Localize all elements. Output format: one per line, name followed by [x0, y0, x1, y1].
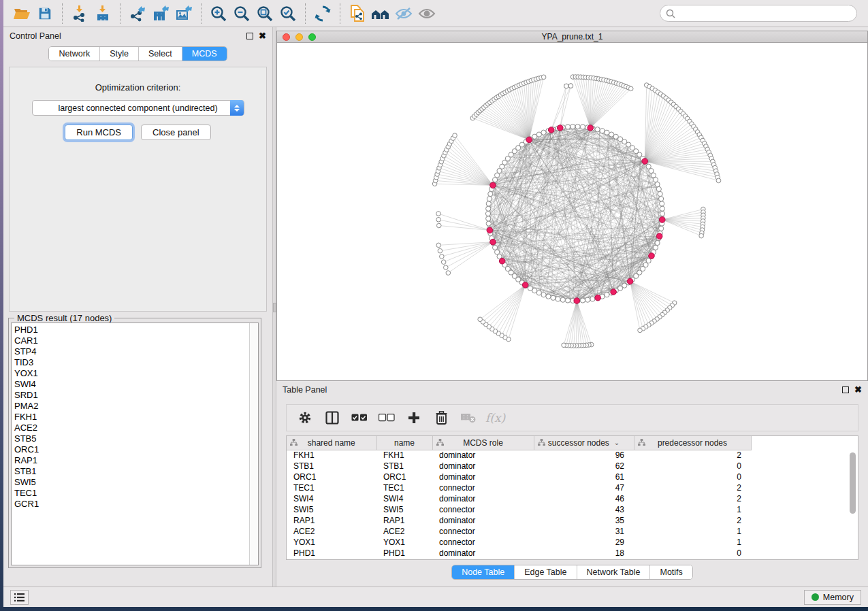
- search-input[interactable]: [679, 9, 851, 18]
- leaf-node[interactable]: [440, 254, 445, 259]
- leaf-node[interactable]: [438, 248, 443, 253]
- network-canvas[interactable]: [277, 44, 867, 380]
- leaf-node[interactable]: [436, 212, 441, 216]
- leaf-node[interactable]: [638, 328, 643, 333]
- mcds-node-item[interactable]: RAP1: [14, 455, 246, 466]
- leaf-node[interactable]: [562, 343, 566, 348]
- ring-node[interactable]: [541, 130, 546, 135]
- ring-node[interactable]: [659, 226, 664, 231]
- tab-motifs[interactable]: Motifs: [649, 565, 692, 579]
- ring-node[interactable]: [580, 125, 585, 129]
- ring-node[interactable]: [565, 125, 570, 129]
- tab-select[interactable]: Select: [138, 47, 182, 61]
- leaf-node[interactable]: [478, 317, 483, 322]
- ring-node[interactable]: [651, 173, 656, 178]
- close-panel-icon[interactable]: ✖: [259, 33, 266, 39]
- ring-node[interactable]: [575, 124, 580, 129]
- column-header-shared-name[interactable]: shared name: [287, 436, 376, 450]
- leaf-node[interactable]: [444, 265, 449, 270]
- ring-node[interactable]: [590, 297, 595, 301]
- mcds-list-scrollbar[interactable]: [249, 323, 258, 565]
- mcds-hub-node[interactable]: [490, 239, 496, 245]
- delete-column-icon[interactable]: [431, 408, 451, 427]
- zoom-in-icon[interactable]: [207, 3, 230, 24]
- ring-node[interactable]: [541, 293, 546, 297]
- ring-node[interactable]: [485, 211, 490, 216]
- first-neighbors-icon[interactable]: [369, 3, 392, 24]
- table-row[interactable]: ORC1ORC1dominator610: [287, 472, 751, 482]
- leaf-node[interactable]: [541, 75, 546, 80]
- search-field[interactable]: [660, 5, 857, 22]
- mcds-hub-node[interactable]: [499, 258, 505, 264]
- tab-edge-table[interactable]: Edge Table: [514, 565, 576, 579]
- open-file-icon[interactable]: [10, 3, 33, 24]
- export-network-icon[interactable]: [126, 3, 149, 24]
- add-column-icon[interactable]: [404, 408, 424, 427]
- export-image-icon[interactable]: [172, 3, 195, 24]
- show-column-panel-icon[interactable]: [322, 408, 342, 427]
- ring-node[interactable]: [660, 206, 664, 211]
- mcds-node-item[interactable]: STB1: [14, 466, 246, 477]
- export-table-icon[interactable]: [149, 3, 172, 24]
- hide-selected-icon[interactable]: [392, 3, 415, 24]
- save-session-icon[interactable]: [33, 3, 57, 24]
- duplicate-network-icon[interactable]: [346, 3, 369, 24]
- ring-node[interactable]: [495, 250, 500, 254]
- ring-node[interactable]: [487, 197, 492, 201]
- tab-network-table[interactable]: Network Table: [577, 565, 650, 579]
- mcds-node-item[interactable]: STB5: [14, 433, 246, 444]
- ring-node[interactable]: [492, 178, 497, 182]
- mcds-node-item[interactable]: SWI5: [14, 477, 246, 488]
- mcds-node-item[interactable]: CAR1: [14, 335, 246, 346]
- leaf-node[interactable]: [436, 217, 441, 222]
- ring-node[interactable]: [560, 297, 565, 302]
- ring-node[interactable]: [585, 297, 590, 302]
- mcds-node-item[interactable]: YOX1: [14, 368, 246, 379]
- column-header-name[interactable]: name: [376, 436, 432, 450]
- mcds-node-item[interactable]: TID3: [14, 357, 246, 368]
- ring-node[interactable]: [556, 297, 560, 301]
- ring-node[interactable]: [605, 293, 609, 297]
- ring-node[interactable]: [660, 201, 664, 206]
- table-row[interactable]: YOX1YOX1connector291: [287, 537, 751, 548]
- mcds-hub-node[interactable]: [526, 137, 532, 143]
- show-all-icon[interactable]: [415, 3, 438, 24]
- mcds-hub-node[interactable]: [490, 182, 496, 188]
- import-network-icon[interactable]: [68, 3, 91, 24]
- mcds-node-item[interactable]: TEC1: [14, 488, 246, 499]
- ring-node[interactable]: [565, 298, 570, 303]
- table-row[interactable]: RAP1RAP1dominator352: [287, 515, 751, 526]
- ring-node[interactable]: [486, 221, 491, 226]
- ring-node[interactable]: [655, 182, 660, 186]
- ring-node[interactable]: [492, 245, 497, 250]
- mcds-node-item[interactable]: SRD1: [14, 390, 246, 401]
- table-row[interactable]: SWI5SWI5connector431: [287, 504, 751, 515]
- mcds-hub-node[interactable]: [588, 125, 594, 131]
- zoom-out-icon[interactable]: [230, 3, 253, 24]
- mcds-hub-node[interactable]: [574, 298, 580, 304]
- table-settings-gear-icon[interactable]: [295, 408, 315, 427]
- float-panel-button[interactable]: [246, 33, 253, 39]
- leaf-node[interactable]: [699, 233, 704, 238]
- table-row[interactable]: PHD1PHD1dominator180: [287, 548, 751, 559]
- ring-node[interactable]: [486, 201, 491, 206]
- column-header-predecessor-nodes[interactable]: predecessor nodes: [634, 436, 751, 450]
- zoom-selected-icon[interactable]: [276, 3, 300, 24]
- table-row[interactable]: TEC1TEC1connector472: [287, 482, 751, 493]
- ring-node[interactable]: [605, 130, 609, 135]
- network-window-titlebar[interactable]: YPA_prune.txt_1: [277, 31, 867, 43]
- table-row[interactable]: STB1STB1dominator620: [287, 461, 751, 472]
- mcds-hub-node[interactable]: [548, 127, 554, 133]
- ring-node[interactable]: [655, 240, 660, 245]
- ring-node[interactable]: [486, 216, 491, 221]
- mcds-hub-node[interactable]: [659, 217, 665, 223]
- task-history-button[interactable]: [10, 590, 29, 605]
- leaf-node[interactable]: [628, 86, 633, 91]
- leaf-node[interactable]: [436, 243, 441, 248]
- ring-node[interactable]: [595, 127, 600, 132]
- tab-network[interactable]: Network: [49, 47, 99, 61]
- deselect-all-rows-icon[interactable]: [376, 408, 397, 427]
- mcds-hub-node[interactable]: [595, 295, 601, 301]
- table-row[interactable]: SWI4SWI4dominator462: [287, 493, 751, 504]
- ring-node[interactable]: [488, 191, 493, 196]
